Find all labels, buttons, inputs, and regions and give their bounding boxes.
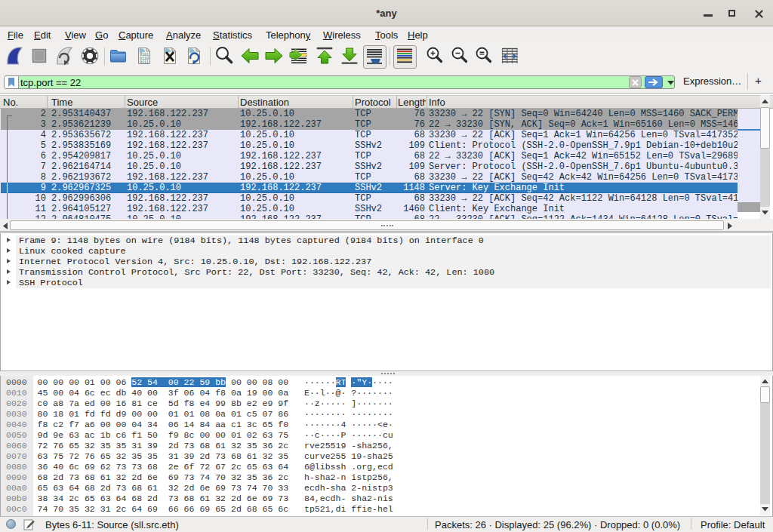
svg-text:0111: 0111 xyxy=(140,60,149,65)
